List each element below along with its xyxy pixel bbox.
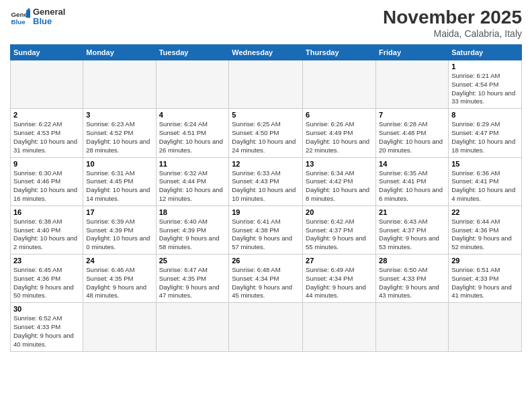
calendar-cell: 13Sunrise: 6:34 AM Sunset: 4:42 PM Dayli… [303,157,376,205]
calendar-cell: 17Sunrise: 6:39 AM Sunset: 4:39 PM Dayli… [83,205,156,254]
calendar-cell: 20Sunrise: 6:42 AM Sunset: 4:37 PM Dayli… [303,205,376,254]
day-info: Sunrise: 6:22 AM Sunset: 4:53 PM Dayligh… [13,120,80,154]
day-info: Sunrise: 6:24 AM Sunset: 4:51 PM Dayligh… [159,120,226,154]
calendar-cell: 2Sunrise: 6:22 AM Sunset: 4:53 PM Daylig… [11,109,83,157]
day-number: 7 [379,111,445,119]
page: General Blue General Blue November 2025 … [0,0,532,411]
day-number: 3 [86,111,152,119]
calendar-cell [83,60,156,109]
calendar-cell: 29Sunrise: 6:51 AM Sunset: 4:33 PM Dayli… [449,255,522,303]
calendar-cell: 30Sunrise: 6:52 AM Sunset: 4:33 PM Dayli… [11,303,83,351]
logo-icon: General Blue [10,7,30,27]
calendar-cell: 18Sunrise: 6:40 AM Sunset: 4:39 PM Dayli… [156,205,229,254]
header: General Blue General Blue November 2025 … [10,7,522,39]
calendar-cell [229,60,303,109]
day-number: 26 [232,257,300,265]
calendar-cell: 4Sunrise: 6:24 AM Sunset: 4:51 PM Daylig… [156,109,229,157]
day-number: 10 [86,160,152,168]
day-number: 13 [306,160,373,168]
day-number: 25 [159,257,226,265]
day-info: Sunrise: 6:47 AM Sunset: 4:35 PM Dayligh… [159,266,226,300]
weekday-header-sunday: Sunday [11,45,83,60]
calendar-cell: 21Sunrise: 6:43 AM Sunset: 4:37 PM Dayli… [376,205,449,254]
day-number: 8 [451,111,519,119]
calendar-cell [303,60,376,109]
calendar-cell: 3Sunrise: 6:23 AM Sunset: 4:52 PM Daylig… [83,109,156,157]
calendar-cell: 6Sunrise: 6:26 AM Sunset: 4:49 PM Daylig… [303,109,376,157]
calendar-cell: 12Sunrise: 6:33 AM Sunset: 4:43 PM Dayli… [229,157,303,205]
day-info: Sunrise: 6:39 AM Sunset: 4:39 PM Dayligh… [86,218,152,252]
day-info: Sunrise: 6:35 AM Sunset: 4:41 PM Dayligh… [379,169,445,203]
calendar-cell [83,303,156,351]
calendar-cell: 26Sunrise: 6:48 AM Sunset: 4:34 PM Dayli… [229,255,303,303]
day-number: 12 [232,160,300,168]
calendar-cell [156,60,229,109]
svg-marker-2 [26,11,30,18]
logo: General Blue General Blue [10,7,65,27]
day-number: 19 [232,208,300,216]
day-number: 11 [159,160,226,168]
day-info: Sunrise: 6:52 AM Sunset: 4:33 PM Dayligh… [13,314,80,349]
calendar-cell [376,303,449,351]
weekday-header-friday: Friday [376,45,449,60]
calendar-cell: 10Sunrise: 6:31 AM Sunset: 4:45 PM Dayli… [83,157,156,205]
calendar-cell: 9Sunrise: 6:30 AM Sunset: 4:46 PM Daylig… [11,157,83,205]
day-info: Sunrise: 6:48 AM Sunset: 4:34 PM Dayligh… [232,266,300,300]
day-number: 20 [306,208,373,216]
calendar-cell: 24Sunrise: 6:46 AM Sunset: 4:35 PM Dayli… [83,255,156,303]
calendar-cell: 25Sunrise: 6:47 AM Sunset: 4:35 PM Dayli… [156,255,229,303]
calendar-cell: 1Sunrise: 6:21 AM Sunset: 4:54 PM Daylig… [449,60,522,109]
day-info: Sunrise: 6:34 AM Sunset: 4:42 PM Dayligh… [306,169,373,203]
weekday-header-saturday: Saturday [449,45,522,60]
day-info: Sunrise: 6:30 AM Sunset: 4:46 PM Dayligh… [13,169,80,203]
calendar-cell: 19Sunrise: 6:41 AM Sunset: 4:38 PM Dayli… [229,205,303,254]
svg-text:Blue: Blue [11,18,26,26]
calendar-cell: 14Sunrise: 6:35 AM Sunset: 4:41 PM Dayli… [376,157,449,205]
calendar-row-2: 2Sunrise: 6:22 AM Sunset: 4:53 PM Daylig… [11,109,522,157]
day-number: 14 [379,160,445,168]
calendar-cell: 27Sunrise: 6:49 AM Sunset: 4:34 PM Dayli… [303,255,376,303]
day-number: 1 [451,62,519,71]
day-number: 30 [13,305,80,313]
calendar-cell: 11Sunrise: 6:32 AM Sunset: 4:44 PM Dayli… [156,157,229,205]
day-number: 24 [86,257,152,265]
day-info: Sunrise: 6:45 AM Sunset: 4:36 PM Dayligh… [13,266,80,300]
calendar-cell: 16Sunrise: 6:38 AM Sunset: 4:40 PM Dayli… [11,205,83,254]
day-info: Sunrise: 6:40 AM Sunset: 4:39 PM Dayligh… [159,218,226,252]
day-number: 23 [13,257,80,265]
calendar-cell [11,60,83,109]
day-info: Sunrise: 6:46 AM Sunset: 4:35 PM Dayligh… [86,266,152,300]
day-info: Sunrise: 6:41 AM Sunset: 4:38 PM Dayligh… [232,218,300,252]
day-info: Sunrise: 6:36 AM Sunset: 4:41 PM Dayligh… [451,169,519,203]
day-info: Sunrise: 6:33 AM Sunset: 4:43 PM Dayligh… [232,169,300,203]
calendar-table: SundayMondayTuesdayWednesdayThursdayFrid… [10,44,522,352]
calendar-cell [229,303,303,351]
weekday-header-thursday: Thursday [303,45,376,60]
calendar-cell [156,303,229,351]
day-number: 17 [86,208,152,216]
day-number: 22 [451,208,519,216]
calendar-cell: 15Sunrise: 6:36 AM Sunset: 4:41 PM Dayli… [449,157,522,205]
day-info: Sunrise: 6:28 AM Sunset: 4:48 PM Dayligh… [379,120,445,154]
day-number: 9 [13,160,80,168]
day-info: Sunrise: 6:31 AM Sunset: 4:45 PM Dayligh… [86,169,152,203]
weekday-header-wednesday: Wednesday [229,45,303,60]
calendar-cell [303,303,376,351]
day-info: Sunrise: 6:32 AM Sunset: 4:44 PM Dayligh… [159,169,226,203]
location: Maida, Calabria, Italy [383,28,522,39]
day-number: 6 [306,111,373,119]
day-info: Sunrise: 6:21 AM Sunset: 4:54 PM Dayligh… [451,72,519,106]
logo-general: General [33,7,65,17]
month-title: November 2025 [383,7,522,28]
day-number: 4 [159,111,226,119]
day-number: 18 [159,208,226,216]
day-info: Sunrise: 6:38 AM Sunset: 4:40 PM Dayligh… [13,218,80,252]
calendar-cell: 28Sunrise: 6:50 AM Sunset: 4:33 PM Dayli… [376,255,449,303]
day-number: 15 [451,160,519,168]
calendar-row-3: 9Sunrise: 6:30 AM Sunset: 4:46 PM Daylig… [11,157,522,205]
calendar-row-5: 23Sunrise: 6:45 AM Sunset: 4:36 PM Dayli… [11,255,522,303]
day-info: Sunrise: 6:23 AM Sunset: 4:52 PM Dayligh… [86,120,152,154]
calendar-cell: 22Sunrise: 6:44 AM Sunset: 4:36 PM Dayli… [449,205,522,254]
title-block: November 2025 Maida, Calabria, Italy [383,7,522,39]
day-info: Sunrise: 6:49 AM Sunset: 4:34 PM Dayligh… [306,266,373,300]
